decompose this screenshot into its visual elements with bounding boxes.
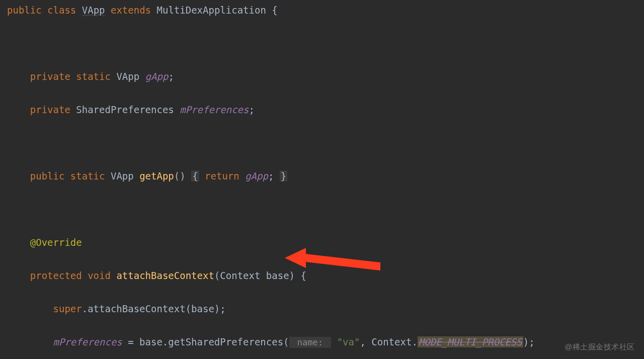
field: mPreferences bbox=[180, 104, 249, 115]
watermark: @稀土掘金技术社区 bbox=[565, 338, 635, 355]
keyword: return bbox=[205, 170, 239, 182]
deprecated-const: MODE_MULTI_PROCESS bbox=[418, 336, 523, 347]
method-name: attachBaseContext bbox=[116, 270, 214, 281]
code-line bbox=[7, 135, 644, 151]
field-ref: gApp bbox=[245, 170, 268, 182]
code-editor[interactable]: public class VApp extends MultiDexApplic… bbox=[0, 0, 644, 359]
paren-brace: ) { bbox=[289, 270, 306, 281]
type: VApp bbox=[116, 71, 139, 82]
class-name: VApp bbox=[82, 5, 105, 16]
code-line: public class VApp extends MultiDexApplic… bbox=[7, 2, 644, 19]
code-line bbox=[7, 201, 644, 218]
type: Context bbox=[220, 270, 260, 281]
keyword: static bbox=[70, 170, 105, 182]
keyword: class bbox=[47, 5, 76, 16]
param: base bbox=[266, 270, 289, 281]
fold-end[interactable]: } bbox=[280, 170, 287, 182]
keyword: private bbox=[30, 71, 70, 82]
comma: , bbox=[360, 336, 371, 347]
superclass: MultiDexApplication bbox=[157, 5, 266, 16]
keyword: protected bbox=[30, 270, 82, 281]
text: = base.getSharedPreferences( bbox=[122, 336, 289, 347]
brace: { bbox=[266, 5, 278, 16]
code-line: super.attachBaseContext(base); bbox=[7, 301, 644, 317]
keyword: static bbox=[76, 71, 111, 82]
semi: ; bbox=[268, 170, 274, 182]
keyword: super bbox=[53, 303, 82, 314]
field-ref: mPreferences bbox=[53, 336, 122, 347]
field: gApp bbox=[145, 71, 169, 82]
keyword: private bbox=[30, 104, 70, 115]
parens: () bbox=[174, 170, 186, 182]
fold-start[interactable]: { bbox=[191, 170, 199, 182]
text: ); bbox=[523, 336, 535, 347]
code-line: public static VApp getApp() { return gAp… bbox=[7, 168, 644, 185]
keyword: void bbox=[88, 270, 111, 281]
code-line bbox=[7, 35, 644, 52]
dot: . bbox=[412, 336, 417, 347]
code-line: protected void attachBaseContext(Context… bbox=[7, 267, 644, 284]
type: VApp bbox=[111, 170, 134, 182]
param-hint: name: bbox=[289, 337, 332, 348]
code-line: private SharedPreferences mPreferences; bbox=[7, 102, 644, 118]
code-line: @Override bbox=[7, 234, 644, 251]
semi: ; bbox=[168, 71, 174, 82]
keyword: extends bbox=[111, 5, 151, 16]
paren: ( bbox=[214, 270, 220, 281]
semi: ; bbox=[249, 104, 255, 115]
type: SharedPreferences bbox=[76, 104, 174, 115]
code-block[interactable]: public class VApp extends MultiDexApplic… bbox=[0, 0, 644, 359]
keyword: public bbox=[7, 5, 42, 16]
code-line: mPreferences = base.getSharedPreferences… bbox=[7, 334, 644, 351]
code-line: private static VApp gApp; bbox=[7, 68, 644, 85]
method-name: getApp bbox=[139, 170, 174, 182]
call: .attachBaseContext(base); bbox=[82, 303, 226, 314]
keyword: public bbox=[30, 170, 65, 182]
annotation: @Override bbox=[30, 237, 82, 248]
string: "va" bbox=[337, 336, 360, 347]
class-ref: Context bbox=[371, 336, 412, 347]
